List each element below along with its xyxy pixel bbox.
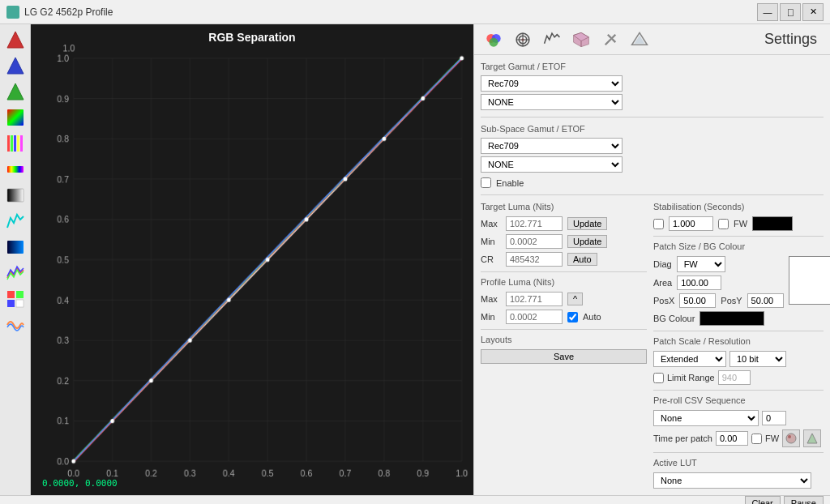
- patch-scale-label: Patch Scale / Resolution: [653, 336, 824, 346]
- svg-marker-1: [7, 58, 24, 74]
- cr-auto-button[interactable]: Auto: [567, 253, 597, 266]
- subspace-gamut-section: Sub-Space Gamut / ETOF Rec709 NONE: [481, 124, 824, 173]
- time-icon1-button[interactable]: [782, 429, 800, 447]
- enable-row: Enable: [481, 177, 824, 188]
- sidebar-icon-pattern2[interactable]: [3, 287, 28, 311]
- chart-area: RGB Separation 0.0000, 0.0000: [31, 24, 473, 495]
- profile-max-row: Max ^: [481, 292, 647, 306]
- patch-swatch: [789, 256, 830, 308]
- posx-input[interactable]: [679, 293, 716, 308]
- settings-content: Target Gamut / ETOF Rec709 NONE Sub-Spac…: [474, 55, 830, 495]
- posy-label: PosY: [721, 296, 742, 305]
- profile-min-row: Min Auto: [481, 310, 647, 324]
- profile-max-btn[interactable]: ^: [567, 293, 583, 305]
- sidebar-icon-rainbow[interactable]: [3, 157, 28, 182]
- svg-rect-14: [7, 300, 15, 307]
- time-fw-checkbox[interactable]: [751, 434, 762, 444]
- sidebar-icon-color-bars[interactable]: [3, 131, 28, 156]
- sidebar-icon-blue-triangle[interactable]: [3, 53, 28, 78]
- profile-auto-label: Auto: [583, 312, 601, 322]
- preroll-dropdown[interactable]: None: [653, 410, 759, 426]
- time-icon2-button[interactable]: [803, 429, 821, 447]
- sidebar-icon-gray-ramp[interactable]: [3, 183, 28, 207]
- pause-button[interactable]: Pause: [784, 496, 824, 504]
- profile-auto-checkbox[interactable]: [567, 312, 578, 322]
- patch-size-area: Diag FW Area PosX: [653, 256, 824, 308]
- chart-title: RGB Separation: [208, 31, 295, 44]
- right-column: Stabilisation (Seconds) FW Patch Siz: [653, 202, 824, 489]
- svg-rect-5: [11, 135, 13, 152]
- enable-checkbox[interactable]: [481, 177, 491, 188]
- profile-max-input[interactable]: [506, 292, 563, 306]
- close-button[interactable]: ✕: [802, 3, 824, 21]
- sidebar-icon-cyan[interactable]: [3, 209, 28, 233]
- stab-checkbox[interactable]: [653, 219, 664, 229]
- target-max-update-button[interactable]: Update: [567, 217, 607, 230]
- active-lut-label: Active LUT: [653, 458, 824, 468]
- svg-rect-12: [7, 291, 15, 298]
- stab-fw-checkbox[interactable]: [718, 219, 729, 229]
- cube-button[interactable]: [568, 27, 594, 53]
- posx-label: PosX: [653, 296, 674, 305]
- cr-row: CR Auto: [481, 252, 647, 267]
- minimize-button[interactable]: —: [757, 3, 778, 21]
- area-input[interactable]: [677, 275, 721, 290]
- tools-button[interactable]: [597, 27, 623, 53]
- posx-row: PosX PosY: [653, 293, 784, 308]
- gamut-button[interactable]: [627, 27, 652, 53]
- bit-depth-dropdown[interactable]: 10 bit: [729, 351, 786, 367]
- profile-min-input[interactable]: [506, 310, 563, 324]
- target-min-input[interactable]: [506, 234, 563, 249]
- time-patch-input[interactable]: [716, 431, 748, 446]
- target-gamut-section: Target Gamut / ETOF Rec709 NONE: [481, 62, 824, 110]
- active-lut-dropdown[interactable]: None: [653, 472, 811, 489]
- preroll-num-input[interactable]: [762, 411, 786, 425]
- stab-fw-label: FW: [734, 219, 747, 229]
- target-min-row: Min Update: [481, 234, 647, 249]
- title-bar: LG G2 4562p Profile — ⎕ ✕: [0, 0, 830, 24]
- limit-range-checkbox[interactable]: [653, 373, 664, 383]
- diag-dropdown[interactable]: FW: [677, 256, 725, 272]
- limit-range-input[interactable]: [718, 370, 751, 385]
- main-settings-row: Target Luma (Nits) Max Update Min Update: [481, 202, 824, 489]
- target-gamut-label: Target Gamut / ETOF: [481, 62, 824, 71]
- diag-label: Diag: [653, 259, 672, 269]
- target-max-input[interactable]: [506, 216, 563, 231]
- sidebar-icon-wave[interactable]: [3, 313, 28, 337]
- stabilisation-row: FW: [653, 216, 824, 231]
- subspace-sub-dropdown[interactable]: NONE: [481, 156, 622, 173]
- clear-button[interactable]: Clear: [745, 496, 781, 504]
- svg-marker-2: [7, 83, 24, 100]
- cr-input[interactable]: [506, 252, 563, 267]
- right-toolbar: Settings: [474, 24, 830, 55]
- maximize-button[interactable]: ⎕: [780, 3, 801, 21]
- stab-input[interactable]: [669, 216, 713, 231]
- waveform-button[interactable]: [539, 27, 565, 53]
- sidebar-icon-red-triangle[interactable]: [3, 28, 28, 52]
- sidebar: [0, 24, 31, 495]
- color-circles-button[interactable]: [481, 27, 507, 53]
- luma-column: Target Luma (Nits) Max Update Min Update: [481, 202, 647, 489]
- target-min-update-button[interactable]: Update: [567, 235, 607, 248]
- target-gamut-dropdown[interactable]: Rec709: [481, 75, 622, 92]
- target-gamut-sub-dropdown[interactable]: NONE: [481, 94, 622, 110]
- svg-rect-3: [7, 109, 24, 126]
- posy-input[interactable]: [747, 293, 784, 308]
- subspace-label: Sub-Space Gamut / ETOF: [481, 124, 824, 134]
- sidebar-icon-rgb-gradient[interactable]: [3, 105, 28, 130]
- cr-label: CR: [481, 254, 501, 264]
- window-title: LG G2 4562p Profile: [24, 6, 113, 18]
- svg-point-18: [490, 37, 498, 46]
- profile-min-label: Min: [481, 312, 501, 322]
- patch-scale-row: Extended 10 bit: [653, 351, 824, 367]
- svg-rect-4: [7, 135, 10, 152]
- toolbar-icons: [481, 27, 652, 53]
- subspace-dropdown[interactable]: Rec709: [481, 138, 622, 154]
- sidebar-icon-blue-ramp[interactable]: [3, 235, 28, 259]
- sidebar-icon-green-triangle[interactable]: [3, 79, 28, 104]
- target-button[interactable]: [510, 27, 536, 53]
- save-button[interactable]: Save: [481, 349, 647, 364]
- area-label: Area: [653, 278, 672, 288]
- sidebar-icon-multicolor[interactable]: [3, 261, 28, 285]
- patch-scale-dropdown[interactable]: Extended: [653, 351, 726, 367]
